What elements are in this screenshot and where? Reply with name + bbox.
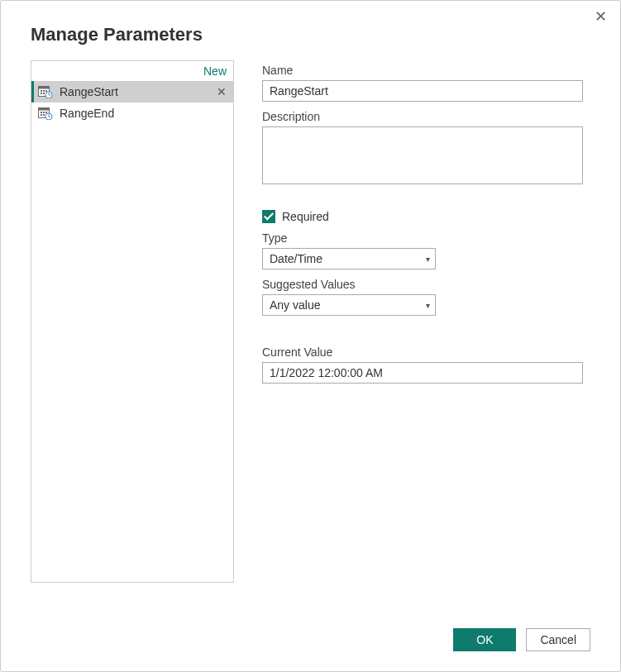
dialog-title: Manage Parameters <box>31 24 590 45</box>
required-label: Required <box>282 210 329 223</box>
required-field: Required <box>262 210 590 223</box>
new-parameter-link[interactable]: New <box>203 64 227 78</box>
parameter-list: RangeStart ✕ <box>31 81 233 582</box>
svg-rect-3 <box>43 90 45 92</box>
suggested-values-value: Any value <box>270 298 320 312</box>
svg-rect-11 <box>39 108 50 111</box>
parameter-form: Name Description Required Type Date/Time… <box>234 60 590 608</box>
svg-rect-2 <box>41 90 42 92</box>
dialog-footer: OK Cancel <box>31 608 590 651</box>
name-input[interactable] <box>262 80 583 102</box>
ok-button[interactable]: OK <box>453 628 516 651</box>
dialog-content: New <box>31 60 590 608</box>
remove-parameter-icon[interactable]: ✕ <box>215 85 228 98</box>
suggested-values-field: Suggested Values Any value ▾ <box>262 278 590 316</box>
current-value-label: Current Value <box>262 346 590 359</box>
type-label: Type <box>262 231 590 245</box>
current-value-input[interactable] <box>262 362 583 384</box>
parameter-icon <box>38 85 53 98</box>
manage-parameters-dialog: Manage Parameters New <box>1 1 620 671</box>
type-value: Date/Time <box>270 252 322 265</box>
parameter-item-label: RangeEnd <box>60 107 228 120</box>
parameter-item-rangeend[interactable]: RangeEnd <box>31 102 233 124</box>
close-icon[interactable]: ✕ <box>595 9 607 24</box>
svg-rect-6 <box>43 93 45 94</box>
sidebar-header: New <box>31 61 233 81</box>
suggested-values-label: Suggested Values <box>262 278 590 291</box>
svg-rect-16 <box>43 114 45 116</box>
cancel-button[interactable]: Cancel <box>526 628 590 651</box>
current-value-field: Current Value <box>262 346 590 384</box>
svg-rect-5 <box>41 93 42 94</box>
type-select[interactable]: Date/Time ▾ <box>262 248 436 269</box>
parameter-item-rangestart[interactable]: RangeStart ✕ <box>31 81 233 102</box>
description-field: Description <box>262 110 590 187</box>
parameter-icon <box>38 107 53 120</box>
name-field: Name <box>262 64 590 102</box>
svg-rect-13 <box>43 112 45 113</box>
parameter-sidebar: New <box>31 60 234 583</box>
svg-rect-15 <box>41 114 42 116</box>
chevron-down-icon: ▾ <box>426 301 430 310</box>
parameter-item-label: RangeStart <box>60 85 215 98</box>
required-checkbox[interactable] <box>262 210 275 223</box>
name-label: Name <box>262 64 590 77</box>
description-input[interactable] <box>262 126 583 184</box>
suggested-values-select[interactable]: Any value ▾ <box>262 294 436 316</box>
type-field: Type Date/Time ▾ <box>262 231 590 269</box>
svg-rect-4 <box>45 90 47 92</box>
svg-rect-1 <box>39 87 50 89</box>
svg-rect-14 <box>45 112 47 113</box>
svg-rect-12 <box>41 112 42 113</box>
description-label: Description <box>262 110 590 123</box>
chevron-down-icon: ▾ <box>426 255 430 264</box>
